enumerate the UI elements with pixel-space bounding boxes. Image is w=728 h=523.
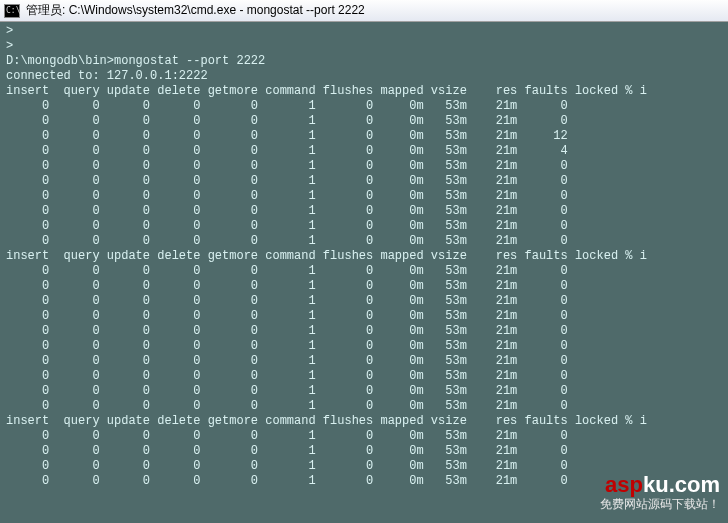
- window-title-bar: C:\ 管理员: C:\Windows\system32\cmd.exe - m…: [0, 0, 728, 22]
- window-title: 管理员: C:\Windows\system32\cmd.exe - mongo…: [26, 2, 365, 19]
- watermark: aspku.com 免费网站源码下载站！: [600, 472, 720, 513]
- terminal-output[interactable]: > > D:\mongodb\bin>mongostat --port 2222…: [0, 22, 728, 491]
- cmd-icon: C:\: [4, 4, 20, 18]
- watermark-url: aspku.com: [600, 472, 720, 498]
- watermark-ku: ku: [643, 472, 669, 497]
- watermark-asp: asp: [605, 472, 643, 497]
- watermark-dotcom: .com: [669, 472, 720, 497]
- watermark-tagline: 免费网站源码下载站！: [600, 496, 720, 513]
